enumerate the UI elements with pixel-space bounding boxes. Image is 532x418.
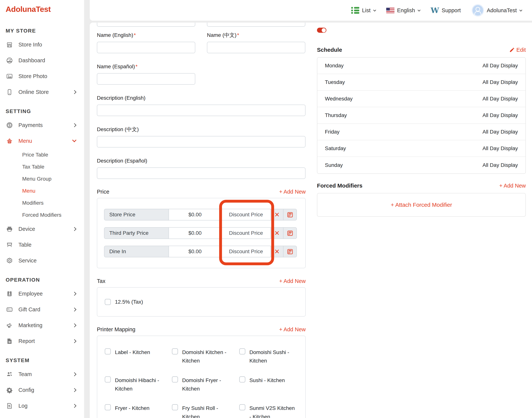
printer-checkbox[interactable] bbox=[172, 404, 178, 410]
discount-price-button[interactable]: Discount Price bbox=[221, 227, 271, 239]
schedule-title: Schedule bbox=[317, 47, 342, 53]
attach-forced-modifier-button[interactable]: + Attach Forced Modifier bbox=[391, 202, 452, 208]
sidebar-item-device[interactable]: Device bbox=[6, 221, 84, 237]
printer-mapping-add-new-link[interactable]: + Add New bbox=[279, 326, 306, 333]
printer-checkbox[interactable] bbox=[105, 348, 111, 354]
remove-price-button[interactable]: ✕ bbox=[270, 227, 283, 239]
description-spanish-input[interactable] bbox=[97, 167, 305, 179]
sidebar-item-label: Report bbox=[18, 338, 35, 344]
price-value-input[interactable]: $0.00 bbox=[169, 227, 221, 239]
gauge-icon bbox=[6, 57, 13, 64]
printer-option: Sushi - Kitchen bbox=[239, 376, 298, 393]
printer-checkbox[interactable] bbox=[172, 348, 178, 354]
printer-icon bbox=[6, 225, 13, 233]
account-label: AdolunaTest bbox=[487, 7, 517, 13]
printer-checkbox[interactable] bbox=[172, 376, 178, 383]
price-value-input[interactable]: $0.00 bbox=[169, 246, 221, 257]
printer-checkbox[interactable] bbox=[105, 376, 111, 383]
sidebar-item-report[interactable]: Report bbox=[6, 333, 84, 349]
schedule-day: Thursday bbox=[325, 112, 347, 118]
sidebar-subitem-modifiers[interactable]: Modifiers bbox=[6, 197, 84, 209]
price-schedule-button[interactable] bbox=[283, 227, 297, 239]
chevron-right-icon bbox=[72, 404, 76, 408]
sidebar-item-table[interactable]: Table bbox=[6, 237, 84, 253]
sidebar-item-label: Menu bbox=[18, 138, 32, 144]
sidebar-item-store-info[interactable]: Store Info bbox=[6, 37, 84, 52]
required-asterisk: * bbox=[134, 32, 136, 38]
schedule-edit-button[interactable]: Edit bbox=[509, 47, 526, 53]
printer-checkbox[interactable] bbox=[105, 404, 111, 410]
price-section-title: Price bbox=[97, 189, 109, 195]
sidebar-item-menu[interactable]: Menu bbox=[6, 133, 84, 149]
sidebar-item-payments[interactable]: Payments bbox=[6, 117, 84, 133]
description-chinese-input[interactable] bbox=[97, 136, 305, 148]
truncated-input[interactable] bbox=[97, 23, 195, 27]
photo-icon bbox=[6, 72, 13, 80]
price-add-new-link[interactable]: + Add New bbox=[279, 189, 306, 195]
truncated-input[interactable] bbox=[207, 23, 305, 27]
sidebar-item-team[interactable]: Team bbox=[6, 366, 84, 382]
name-chinese-input[interactable] bbox=[207, 42, 305, 53]
price-row: Store Price $0.00 Discount Price ✕ bbox=[104, 209, 299, 221]
price-schedule-button[interactable] bbox=[283, 246, 297, 257]
sidebar-section-setting: SETTING bbox=[6, 107, 84, 116]
sidebar-subitem-menu-group[interactable]: Menu Group bbox=[6, 173, 84, 185]
tax-add-new-link[interactable]: + Add New bbox=[279, 278, 306, 284]
schedule-day: Tuesday bbox=[325, 79, 345, 85]
printer-checkbox[interactable] bbox=[239, 348, 245, 354]
sidebar-item-gift-card[interactable]: Gift Card bbox=[6, 302, 84, 317]
card-icon bbox=[6, 306, 13, 313]
printer-option: Domoishi Kitchen - Kitchen bbox=[172, 348, 231, 365]
sidebar-subitem-forced-modifiers[interactable]: Forced Modifiers bbox=[6, 209, 84, 221]
schedule-value: All Day Display bbox=[483, 79, 518, 85]
sidebar-subitem-tax-table[interactable]: Tax Table bbox=[6, 161, 84, 173]
printer-mapping-section-title: Printer Mapping bbox=[97, 326, 135, 333]
name-spanish-input[interactable] bbox=[97, 73, 195, 85]
printer-option: Domoishi Hibachi - Kitchen bbox=[105, 376, 163, 393]
sidebar-subitem-menu[interactable]: Menu bbox=[6, 185, 84, 197]
sidebar-item-config[interactable]: Config bbox=[6, 382, 84, 398]
forced-modifiers-box: + Attach Forced Modifier bbox=[317, 193, 526, 217]
field-label: Name (中文)* bbox=[207, 32, 305, 38]
sidebar-item-log[interactable]: Log bbox=[6, 398, 84, 414]
language-dropdown[interactable]: English bbox=[386, 7, 420, 13]
printer-option-label: Fry Sushi Roll - Kitchen bbox=[182, 404, 231, 418]
tax-checkbox[interactable] bbox=[105, 299, 111, 305]
calendar-icon bbox=[287, 230, 293, 236]
price-row: Third Party Price $0.00 Discount Price ✕ bbox=[104, 227, 299, 239]
price-type-label: Third Party Price bbox=[104, 227, 169, 239]
list-menu-dropdown[interactable]: List bbox=[351, 7, 375, 14]
price-schedule-button[interactable] bbox=[283, 209, 297, 221]
account-dropdown[interactable]: AdolunaTest bbox=[472, 4, 521, 17]
name-english-input[interactable] bbox=[97, 42, 195, 53]
sidebar-item-marketing[interactable]: Marketing bbox=[6, 317, 84, 333]
sidebar-item-online-store[interactable]: Online Store bbox=[6, 84, 84, 100]
sidebar-section-operation: OPERATION bbox=[6, 276, 84, 284]
printer-checkbox[interactable] bbox=[239, 404, 245, 410]
sidebar-item-dashboard[interactable]: Dashboard bbox=[6, 52, 84, 68]
display-toggle[interactable] bbox=[317, 28, 326, 33]
sidebar-item-employee[interactable]: Employee bbox=[6, 286, 84, 302]
discount-price-button[interactable]: Discount Price bbox=[221, 209, 271, 221]
chevron-right-icon bbox=[72, 123, 76, 127]
app-logo[interactable]: AdolunaTest bbox=[6, 5, 84, 14]
sidebar-item-service[interactable]: Service bbox=[6, 253, 84, 268]
schedule-value: All Day Display bbox=[483, 96, 518, 102]
remove-price-button[interactable]: ✕ bbox=[270, 209, 283, 221]
remove-price-button[interactable]: ✕ bbox=[270, 246, 283, 257]
toggle-knob bbox=[322, 28, 326, 32]
close-x-icon: ✕ bbox=[274, 230, 280, 236]
description-english-input[interactable] bbox=[97, 104, 305, 116]
discount-price-button[interactable]: Discount Price bbox=[221, 246, 271, 257]
support-link[interactable]: W Support bbox=[431, 7, 461, 14]
schedule-row: SaturdayAll Day Display bbox=[317, 140, 525, 157]
forced-modifiers-add-new-link[interactable]: + Add New bbox=[499, 183, 526, 189]
price-value-input[interactable]: $0.00 bbox=[169, 209, 221, 221]
field-label: Name (Español)* bbox=[97, 63, 306, 70]
sidebar-subitem-price-table[interactable]: Price Table bbox=[6, 149, 84, 161]
schedule-value: All Day Display bbox=[483, 145, 518, 151]
printer-checkbox[interactable] bbox=[239, 376, 245, 383]
sidebar: AdolunaTest MY STORE Store Info Dashboar… bbox=[0, 0, 84, 418]
sidebar-item-label: Marketing bbox=[18, 322, 42, 328]
sidebar-item-store-photo[interactable]: Store Photo bbox=[6, 68, 84, 84]
